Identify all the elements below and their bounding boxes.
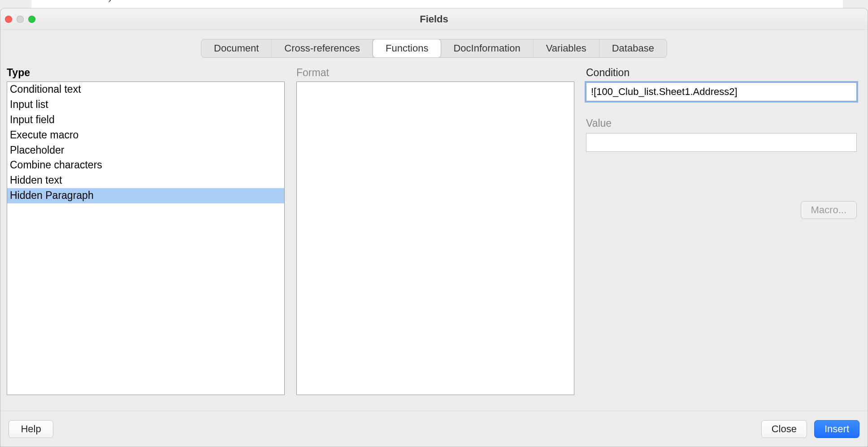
type-item-input-field[interactable]: Input field bbox=[7, 112, 284, 128]
tab-bar: DocumentCross-referencesFunctionsDocInfo… bbox=[0, 30, 868, 62]
condition-label: Condition bbox=[586, 67, 857, 79]
value-input[interactable] bbox=[586, 133, 857, 152]
type-listbox[interactable]: Conditional textInput listInput fieldExe… bbox=[7, 82, 285, 395]
type-item-conditional-text[interactable]: Conditional text bbox=[7, 82, 284, 97]
footer-right: Close Insert bbox=[761, 420, 859, 438]
footer-left: Help bbox=[9, 420, 53, 438]
right-column: Condition Value Macro... bbox=[586, 67, 861, 395]
type-column: Type Conditional textInput listInput fie… bbox=[7, 67, 285, 395]
type-item-placeholder[interactable]: Placeholder bbox=[7, 143, 284, 158]
minimize-window-button[interactable] bbox=[17, 16, 24, 23]
fields-dialog-window: Fields DocumentCross-referencesFunctions… bbox=[0, 8, 868, 447]
type-item-combine-characters[interactable]: Combine characters bbox=[7, 158, 284, 173]
tab-database[interactable]: Database bbox=[599, 39, 667, 57]
zoom-window-button[interactable] bbox=[28, 16, 35, 23]
tab-document[interactable]: Document bbox=[201, 39, 272, 57]
tab-functions[interactable]: Functions bbox=[373, 39, 441, 58]
tab-cross-references[interactable]: Cross-references bbox=[272, 39, 373, 57]
type-item-hidden-text[interactable]: Hidden text bbox=[7, 173, 284, 188]
tab-docinformation[interactable]: DocInformation bbox=[441, 39, 533, 57]
type-label: Type bbox=[7, 67, 285, 79]
window-title: Fields bbox=[420, 13, 448, 25]
insert-button[interactable]: Insert bbox=[814, 420, 859, 438]
close-window-button[interactable] bbox=[5, 16, 12, 23]
window-controls bbox=[5, 16, 35, 23]
format-label: Format bbox=[296, 67, 574, 79]
tab-segmented-control: DocumentCross-referencesFunctionsDocInfo… bbox=[201, 39, 667, 58]
background-document-fragment: a reference) to: bbox=[31, 0, 843, 9]
type-item-execute-macro[interactable]: Execute macro bbox=[7, 128, 284, 143]
background-document-text: a reference) to: bbox=[63, 0, 125, 2]
titlebar: Fields bbox=[0, 9, 868, 30]
type-item-input-list[interactable]: Input list bbox=[7, 97, 284, 112]
condition-input[interactable] bbox=[586, 82, 857, 101]
dialog-footer: Help Close Insert bbox=[0, 411, 868, 447]
help-button[interactable]: Help bbox=[9, 420, 53, 438]
format-column: Format bbox=[296, 67, 574, 395]
close-button[interactable]: Close bbox=[761, 420, 807, 438]
macro-row: Macro... bbox=[586, 201, 857, 219]
format-listbox bbox=[296, 82, 574, 395]
tab-variables[interactable]: Variables bbox=[534, 39, 599, 57]
value-label: Value bbox=[586, 117, 857, 129]
dialog-body: Type Conditional textInput listInput fie… bbox=[0, 62, 868, 395]
type-item-hidden-paragraph[interactable]: Hidden Paragraph bbox=[7, 188, 284, 203]
macro-button[interactable]: Macro... bbox=[801, 201, 857, 219]
